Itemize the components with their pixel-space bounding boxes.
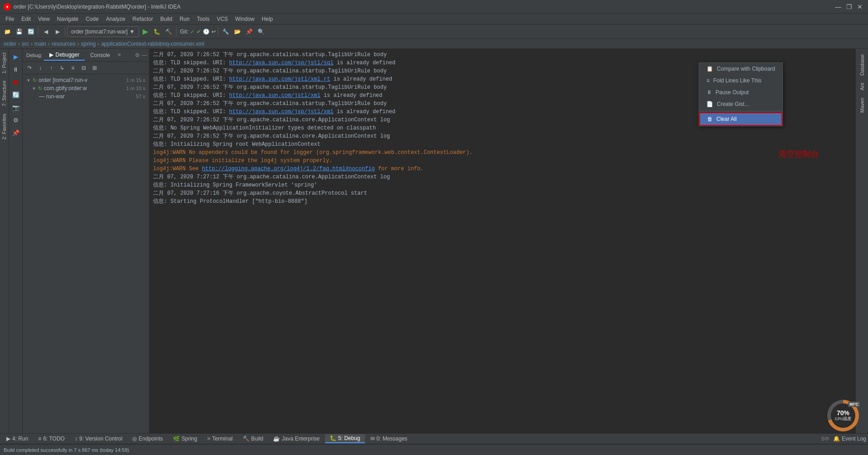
variables-btn[interactable]: ⊞ <box>90 63 100 73</box>
minimize-button[interactable]: — <box>834 2 843 11</box>
resume-icon[interactable]: ▶ <box>10 51 22 62</box>
run-config-button[interactable]: order [tomcat7:run-war] ▼ <box>67 26 139 37</box>
save-btn[interactable]: 💾 <box>14 26 24 37</box>
menu-build[interactable]: Build <box>157 15 176 23</box>
pin-icon[interactable]: 📌 <box>10 127 22 139</box>
link-sql[interactable]: http://java.sun.com/jsp/jstl/sql <box>229 60 333 66</box>
breadcrumb-spring[interactable]: spring <box>81 41 96 47</box>
menu-window[interactable]: Window <box>231 15 258 23</box>
debug-settings-icon[interactable]: ⚙ <box>135 52 140 58</box>
frames-btn[interactable]: ⊟ <box>79 63 89 73</box>
ctx-pause-output[interactable]: ⏸ Pause Output <box>699 86 782 98</box>
step-over-btn[interactable]: ↷ <box>24 63 34 73</box>
link-jsp-xml[interactable]: http://java.sun.com/jsp/jstl/xml <box>229 109 333 115</box>
debugger-tab[interactable]: ▶ Debugger <box>44 50 85 61</box>
stop-icon[interactable]: ⏹ <box>10 76 22 88</box>
step-out-btn[interactable]: ↑ <box>46 63 56 73</box>
menu-navigate[interactable]: Navigate <box>53 15 82 23</box>
console-tab[interactable]: Console <box>85 50 115 60</box>
settings-btn[interactable]: 🔧 <box>220 26 231 37</box>
tab-endpoints[interactable]: ◎ Endpoints <box>128 435 167 443</box>
pause-icon[interactable]: ⏸ <box>10 63 22 75</box>
tab-java-enterprise[interactable]: ☕ Java Enterprise <box>269 435 324 443</box>
search-btn[interactable]: 🔍 <box>255 26 266 37</box>
favorites-tab[interactable]: 2: Favorites <box>0 110 9 143</box>
menu-file[interactable]: File <box>2 15 18 23</box>
camera-icon[interactable]: 📷 <box>10 101 22 113</box>
maven-tab[interactable]: Maven <box>858 94 867 116</box>
close-button[interactable]: ✕ <box>855 2 864 11</box>
sync-btn[interactable]: 🔄 <box>25 26 36 37</box>
menu-view[interactable]: View <box>34 15 53 23</box>
tab-build[interactable]: 🔨 Build <box>238 435 268 443</box>
maximize-button[interactable]: ❐ <box>844 2 854 11</box>
content-area: 1: Project 7: Structure 2: Favorites ▶ ⏸… <box>0 49 868 433</box>
run-to-cursor-btn[interactable]: ↳ <box>57 63 67 73</box>
menu-vcs[interactable]: VCS <box>213 15 232 23</box>
annotation-text: 清空控制台 <box>778 148 819 159</box>
tab-spring[interactable]: 🌿 Spring <box>168 435 202 443</box>
git-revert-icon: ↩ <box>211 29 216 35</box>
debug-close[interactable]: ✕ <box>117 52 121 58</box>
breadcrumb-main[interactable]: main <box>34 41 46 47</box>
debugger-tab-label: Debugger <box>55 52 79 58</box>
ant-tab[interactable]: Ant <box>858 79 867 94</box>
tab-messages[interactable]: ✉ 0: Messages <box>366 435 412 443</box>
tab-todo[interactable]: ≡ 6: TODO <box>34 435 69 443</box>
expand-icon-0: ▼ <box>26 78 31 83</box>
pause-icon-ctx: ⏸ <box>706 89 712 96</box>
menu-run[interactable]: Run <box>176 15 193 23</box>
folder-btn[interactable]: 📂 <box>232 26 243 37</box>
ctx-clear-all[interactable]: 🗑 Clear All <box>699 112 782 126</box>
tree-item-1[interactable]: ▼ ↻ com.gblfy:order:w 1 m 10 s <box>23 84 149 92</box>
tree-item-0[interactable]: ▼ ↻ order [tomcat7:run-v 1 m 15 s <box>23 76 149 84</box>
tab-run[interactable]: ▶ 4: Run <box>2 435 33 443</box>
restart-icon[interactable]: 🔄 <box>10 89 22 101</box>
build-tab-label: Build <box>251 436 264 442</box>
build-btn[interactable]: 🔨 <box>163 26 174 37</box>
running-icon-1: ↻ <box>38 86 42 91</box>
tree-item-2[interactable]: — run-war 57 s <box>23 92 149 101</box>
pin-btn[interactable]: 📌 <box>244 26 254 37</box>
ctx-create-gist[interactable]: 📄 Create Gist... <box>699 98 782 110</box>
event-log-btn[interactable]: 🔔 Event Log <box>833 436 866 442</box>
menu-code[interactable]: Code <box>82 15 102 23</box>
open-btn[interactable]: 📁 <box>2 26 13 37</box>
ctx-fold-lines[interactable]: ≡ Fold Lines Like This <box>699 75 782 86</box>
tab-version-control[interactable]: ↕ 9: Version Control <box>70 435 127 443</box>
menu-edit[interactable]: Edit <box>18 15 34 23</box>
breadcrumb-order[interactable]: order <box>4 41 16 47</box>
event-log-icon: 🔔 <box>833 436 840 442</box>
project-tab[interactable]: 1: Project <box>0 49 9 77</box>
breadcrumb-resources[interactable]: resources <box>52 41 76 47</box>
forward-btn[interactable]: ▶ <box>52 26 63 37</box>
link-log4j-faq[interactable]: http://logging.apache.org/log4j/1.2/faq.… <box>202 166 375 172</box>
structure-tab[interactable]: 7: Structure <box>0 77 9 110</box>
ctx-compare-label: Compare with Clipboard <box>717 66 775 72</box>
menu-refactor[interactable]: Refactor <box>129 15 157 23</box>
tree-label-2: run-war <box>46 93 65 100</box>
back-btn[interactable]: ◀ <box>40 26 51 37</box>
step-into-btn[interactable]: ↓ <box>35 63 45 73</box>
run-btn[interactable]: ▶ <box>140 26 151 37</box>
evaluate-btn[interactable]: ≡ <box>68 63 78 73</box>
link-xml[interactable]: http://java.sun.com/jstl/xml <box>229 92 321 99</box>
database-tab[interactable]: Database <box>858 51 867 79</box>
settings-icon[interactable]: ⚙ <box>10 114 22 126</box>
menu-analyze[interactable]: Analyze <box>102 15 129 23</box>
run-tab-label: 4: Run <box>12 436 28 442</box>
menu-tools[interactable]: Tools <box>193 15 213 23</box>
breadcrumb-file[interactable]: applicationContext-rabbitmq-consumer.xml <box>101 41 204 47</box>
link-xml-rt[interactable]: http://java.sun.com/jstl/xml_rt <box>229 76 330 82</box>
run-tab-icon: ▶ <box>6 436 10 442</box>
tab-debug[interactable]: 🐛 5: Debug <box>325 434 365 443</box>
breadcrumb-src[interactable]: src <box>22 41 29 47</box>
console-line-11: 二月 07, 2020 7:26:52 下午 org.apache.catali… <box>153 132 852 140</box>
debug-btn[interactable]: 🐛 <box>152 26 163 37</box>
menu-help[interactable]: Help <box>258 15 277 23</box>
git-section: Git: ✓ ✔ 🕐 ↩ <box>180 29 216 35</box>
ctx-compare-clipboard[interactable]: 📋 Compare with Clipboard <box>699 63 782 75</box>
debug-minimize-icon[interactable]: — <box>142 52 147 58</box>
tab-terminal[interactable]: > Terminal <box>202 435 237 443</box>
run-config-label: order [tomcat7:run-war] <box>71 29 128 35</box>
